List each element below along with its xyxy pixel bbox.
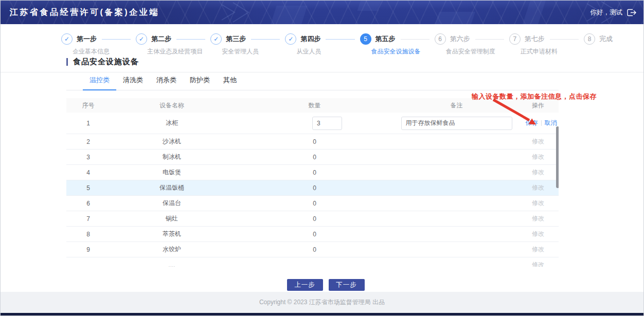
modify-link[interactable]: 修改 <box>532 215 544 222</box>
quantity-value: 0 <box>234 169 396 176</box>
row-index: 4 <box>66 169 110 176</box>
copyright-text: Copyright © 2023 江苏省市场监督管理局 出品 <box>259 298 385 307</box>
step-number: 7 <box>509 33 521 45</box>
step-check-icon: ✓ <box>210 33 222 45</box>
step-connector <box>475 39 504 40</box>
device-name: 锅灶 <box>110 214 234 223</box>
table-row: 4电饭煲0修改 <box>66 165 559 180</box>
device-name: 水饺炉 <box>110 245 234 254</box>
section-title-text: 食品安全设施设备 <box>73 57 139 67</box>
top-navbar: 江苏省食品经营许可(备案)企业端 你好，测试 <box>1 1 643 24</box>
table-row: 2沙冰机0修改 <box>66 134 559 150</box>
table-row: 9水饺炉0修改 <box>66 242 559 257</box>
step-connector <box>550 39 579 40</box>
column-header-quantity: 数量 <box>234 101 396 110</box>
vertical-scrollbar[interactable] <box>556 126 559 188</box>
step-connector <box>251 39 280 40</box>
step-7: 7第七步正式申请材料 <box>509 33 545 45</box>
step-check-icon: ✓ <box>136 33 147 45</box>
step-number: 8 <box>584 33 595 45</box>
step-sublabel: 从业人员 <box>296 47 321 56</box>
step-connector <box>401 39 430 40</box>
modify-link[interactable]: 修改 <box>532 261 544 267</box>
step-check-icon: ✓ <box>61 33 73 45</box>
step-6: 6第六步食品安全管理制度 <box>435 33 470 45</box>
row-actions: 保存 取消 <box>517 119 559 127</box>
table-row: 3制冰机0修改 <box>66 150 559 165</box>
modify-link[interactable]: 修改 <box>532 153 544 160</box>
quantity-value: 0 <box>234 215 396 222</box>
step-number: 6 <box>435 33 446 45</box>
row-index: 7 <box>66 215 110 222</box>
step-8: 8完成 <box>584 33 613 45</box>
row-index: 6 <box>66 200 110 207</box>
category-tab-1[interactable]: 温控类 <box>83 76 116 90</box>
column-header-device-name: 设备名称 <box>110 101 234 110</box>
step-label: 第一步 <box>77 34 97 44</box>
equipment-table: 序号 设备名称 数量 备注 操作 1 冰柜 保存 取消 2沙冰机0修改3制冰机0… <box>66 98 559 267</box>
category-tab-3[interactable]: 消杀类 <box>150 76 183 90</box>
step-label: 第六步 <box>450 34 470 44</box>
row-index: 1 <box>66 120 110 127</box>
prev-step-button[interactable]: 上一步 <box>287 279 323 291</box>
category-tab-5[interactable]: 其他 <box>217 76 243 90</box>
device-name: 保温饭桶 <box>110 183 234 192</box>
category-tab-2[interactable]: 清洗类 <box>116 76 150 90</box>
table-body: 2沙冰机0修改3制冰机0修改4电饭煲0修改5保温饭桶0修改6保温台0修改7锅灶0… <box>66 134 559 267</box>
step-check-icon: ✓ <box>285 33 296 45</box>
step-number: 5 <box>360 33 371 45</box>
action-separator <box>541 120 542 126</box>
column-header-remark: 备注 <box>396 101 517 110</box>
step-label: 第五步 <box>375 34 396 44</box>
quantity-value: 0 <box>234 200 396 207</box>
step-connector <box>102 39 131 40</box>
step-4: ✓第四步从业人员 <box>285 33 320 45</box>
device-name: 萃茶机 <box>110 230 234 238</box>
table-row: 8萃茶机0修改 <box>66 227 559 242</box>
step-5: 5第五步食品安全设施设备 <box>360 33 396 45</box>
bottom-strip <box>1 313 643 316</box>
table-row: ....修改 <box>66 257 559 267</box>
next-step-button[interactable]: 下一步 <box>329 279 365 291</box>
quantity-value: 0 <box>234 184 396 192</box>
step-sublabel: 安全管理人员 <box>222 47 259 56</box>
device-name: 制冰机 <box>110 153 234 161</box>
annotation-text: 输入设备数量，添加备注信息，点击保存 <box>472 92 597 101</box>
category-tab-4[interactable]: 防护类 <box>183 76 217 90</box>
app-window: 江苏省食品经营许可(备案)企业端 你好，测试 ✓第一步企业基本信息✓第二步主体业… <box>0 0 644 316</box>
logout-icon[interactable] <box>627 9 636 16</box>
section-title: 食品安全设施设备 <box>66 57 139 67</box>
step-connector <box>176 39 205 40</box>
step-connector <box>326 39 354 40</box>
quantity-input[interactable] <box>312 117 342 130</box>
app-title: 江苏省食品经营许可(备案)企业端 <box>1 1 643 24</box>
row-index: 9 <box>66 246 110 253</box>
step-label: 第四步 <box>300 34 320 44</box>
modify-link[interactable]: 修改 <box>532 138 544 145</box>
device-name: 沙冰机 <box>110 137 234 146</box>
save-link[interactable]: 保存 <box>526 119 538 127</box>
category-tabs: 温控类清洗类消杀类防护类其他 <box>66 76 559 90</box>
cancel-link[interactable]: 取消 <box>545 119 557 127</box>
step-3: ✓第三步安全管理人员 <box>210 33 246 45</box>
modify-link[interactable]: 修改 <box>532 246 544 253</box>
row-index: 8 <box>66 231 110 238</box>
divider <box>1 72 643 72</box>
section-title-bar <box>66 58 68 66</box>
row-index: 3 <box>66 154 110 161</box>
table-row: 6保温台0修改 <box>66 196 559 211</box>
step-sublabel: 主体业态及经营项目 <box>147 47 203 56</box>
modify-link[interactable]: 修改 <box>532 184 544 191</box>
device-name: 电饭煲 <box>110 168 234 177</box>
footer: Copyright © 2023 江苏省市场监督管理局 出品 <box>1 292 643 313</box>
modify-link[interactable]: 修改 <box>532 169 544 176</box>
device-name: 保温台 <box>110 199 234 208</box>
step-label: 完成 <box>599 34 613 44</box>
step-sublabel: 食品安全管理制度 <box>446 47 495 56</box>
modify-link[interactable]: 修改 <box>532 199 544 207</box>
remark-input[interactable] <box>401 117 512 130</box>
step-sublabel: 食品安全设施设备 <box>371 47 421 56</box>
modify-link[interactable]: 修改 <box>532 230 544 237</box>
column-header-index: 序号 <box>66 101 110 110</box>
step-label: 第三步 <box>226 34 246 44</box>
